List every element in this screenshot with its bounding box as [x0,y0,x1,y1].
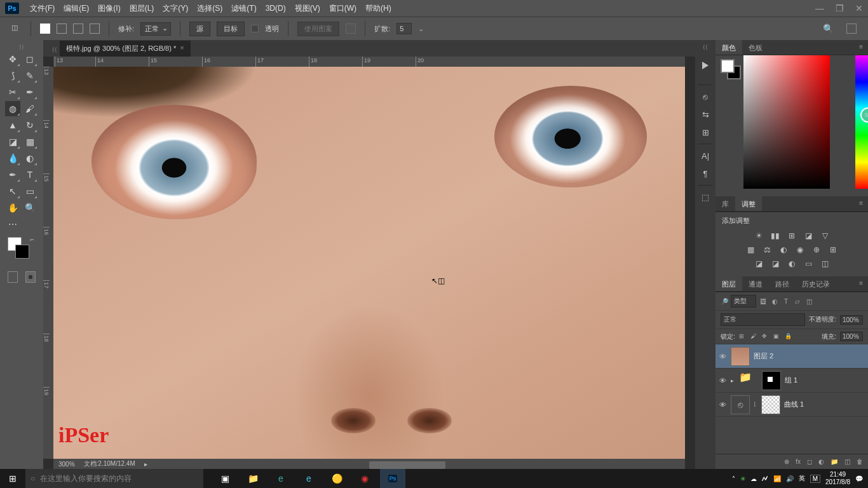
chrome-icon[interactable]: 🟡 [324,469,349,488]
menu-edit[interactable]: 编辑(E) [59,3,93,14]
notifications-icon[interactable]: 💬 [855,475,863,482]
taskbar-search[interactable]: ○ 在这里输入你要搜索的内容 [25,469,203,488]
tab-library[interactable]: 库 [715,196,735,211]
blur-tool[interactable]: 💧 [5,151,20,166]
tab-paths[interactable]: 路径 [769,276,796,291]
selection-intersect-icon[interactable] [90,24,100,34]
brush-tool[interactable]: 🖌 [22,101,37,116]
fill-input[interactable]: 100% [840,332,863,341]
selection-add-icon[interactable] [57,24,67,34]
vertical-ruler[interactable]: 13 14 15 16 17 18 19 [43,67,53,459]
hue-icon[interactable]: ▦ [745,245,756,255]
gradient-map-icon[interactable]: ▭ [803,259,813,269]
exposure-icon[interactable]: ◪ [803,231,813,241]
quick-select-tool[interactable]: ✎ [22,68,37,83]
explorer-icon[interactable]: 📁 [240,469,266,488]
panel-fg-color[interactable] [721,59,735,73]
vstrip-collapse-icon[interactable]: ⟨⟨ [703,44,708,50]
hand-tool[interactable]: ✋ [5,200,20,215]
blend-mode-select[interactable]: 正常 [721,313,805,326]
standard-mode-icon[interactable] [8,271,18,283]
fx-icon[interactable]: fx [796,458,801,465]
paragraph-icon[interactable]: ⊞ [699,126,712,139]
workspace-layout-icon[interactable] [846,24,857,34]
mask-thumbnail[interactable] [761,395,780,414]
zoom-indicator[interactable]: 300% [58,461,75,468]
color-balance-icon[interactable]: ⚖ [762,245,772,255]
color-sv-picker[interactable] [743,55,830,189]
pen-tool[interactable]: ✒ [5,167,20,182]
visibility-toggle[interactable]: 👁 [718,353,727,360]
eyedropper-tool[interactable]: ✒ [22,85,37,100]
opacity-input[interactable]: 100% [840,315,863,325]
mask-icon[interactable]: ◻ [807,458,812,465]
background-color[interactable] [15,245,29,259]
toolbar-collapse-icon[interactable]: ⟩⟩ [0,44,43,51]
menu-help[interactable]: 帮助(H) [361,3,396,14]
photoshop-taskbar-icon[interactable]: Ps [380,469,405,488]
diffuse-stepper-icon[interactable]: ⌄ [418,25,424,33]
posterize-icon[interactable]: ◪ [770,259,780,269]
pattern-picker-icon[interactable] [346,24,356,34]
layer-name[interactable]: 图层 2 [754,351,773,361]
layer-row[interactable]: 👁 ⎋ ⁞ 曲线 1 [715,393,868,417]
bw-icon[interactable]: ◐ [778,245,789,255]
filter-shape-icon[interactable]: ▱ [793,297,802,306]
selection-new-icon[interactable] [40,24,50,34]
edit-toolbar[interactable]: ⋯ [5,217,20,232]
lock-artboard-icon[interactable]: ▣ [773,333,781,341]
adjustment-icon[interactable]: ⎋ [731,395,750,414]
layer-filter-select[interactable]: 类型 [731,295,756,308]
cloud-icon[interactable]: ☁ [750,475,757,482]
glyph-a-icon[interactable]: A| [699,149,712,162]
photo-filter-icon[interactable]: ◉ [795,245,805,255]
adjust-panel-menu-icon[interactable]: ≡ [854,196,868,211]
horizontal-scrollbar[interactable] [369,461,445,469]
menu-image[interactable]: 图像(I) [93,3,125,14]
transparent-checkbox[interactable] [251,25,259,32]
new-group-icon[interactable]: 📁 [831,458,838,465]
tab-history[interactable]: 历史记录 [796,276,836,291]
canvas-image[interactable]: ↖◫ iPSer [53,67,685,459]
source-button[interactable]: 源 [189,22,210,36]
filter-smart-icon[interactable]: ◫ [804,297,813,306]
quickmask-mode-icon[interactable] [25,271,36,283]
tray-up-icon[interactable]: ˄ [732,475,735,482]
document-tab[interactable]: 模特.jpg @ 300% (图层 2, RGB/8) * × [60,41,191,57]
tabbar-collapse-icon[interactable]: ⟨⟨ [50,46,60,57]
lock-position-icon[interactable]: ✥ [762,333,770,341]
layer-row[interactable]: 👁 图层 2 [715,344,868,369]
threshold-icon[interactable]: ◐ [787,259,797,269]
channel-mixer-icon[interactable]: ⊕ [811,245,822,255]
shape-tool[interactable]: ▭ [22,184,37,199]
swap-colors-icon[interactable]: ⤺ [30,237,34,243]
ie-icon[interactable]: e [268,469,294,488]
lock-all-icon[interactable]: 🔒 [785,333,792,341]
menu-layer[interactable]: 图层(L) [125,3,159,14]
lock-transparency-icon[interactable]: ⊞ [739,333,747,341]
eraser-tool[interactable]: ◪ [5,134,20,149]
lock-image-icon[interactable]: 🖌 [750,333,758,341]
repair-mode-select[interactable]: 正常 ⌄ [140,22,171,36]
character-icon[interactable]: ⇆ [699,108,712,121]
menu-window[interactable]: 窗口(W) [325,3,361,14]
wechat-icon[interactable]: ✳ [740,475,745,482]
start-button[interactable]: ⊞ [0,469,25,488]
patch-tool-icon[interactable]: ◫ [11,24,22,34]
history-brush-tool[interactable]: ↻ [22,118,37,133]
play-icon[interactable] [702,62,709,69]
layer-name[interactable]: 曲线 1 [784,400,804,409]
destination-button[interactable]: 目标 [217,22,245,36]
layer-row[interactable]: 👁 ▸ 📁 组 1 [715,369,868,393]
new-layer-icon[interactable]: ◫ [844,458,850,465]
curves-icon[interactable]: ⊞ [787,231,797,241]
menu-3d[interactable]: 3D(D) [261,4,290,13]
volume-icon[interactable]: 🔊 [786,475,794,482]
gradient-tool[interactable]: ▦ [22,134,37,149]
cube-icon[interactable]: ⬚ [699,191,712,203]
menu-view[interactable]: 视图(V) [290,3,325,14]
diffuse-input[interactable]: 5 [397,23,412,34]
netease-icon[interactable]: ◉ [352,469,377,488]
close-icon[interactable]: ✕ [855,3,863,13]
delete-layer-icon[interactable]: 🗑 [857,458,863,465]
